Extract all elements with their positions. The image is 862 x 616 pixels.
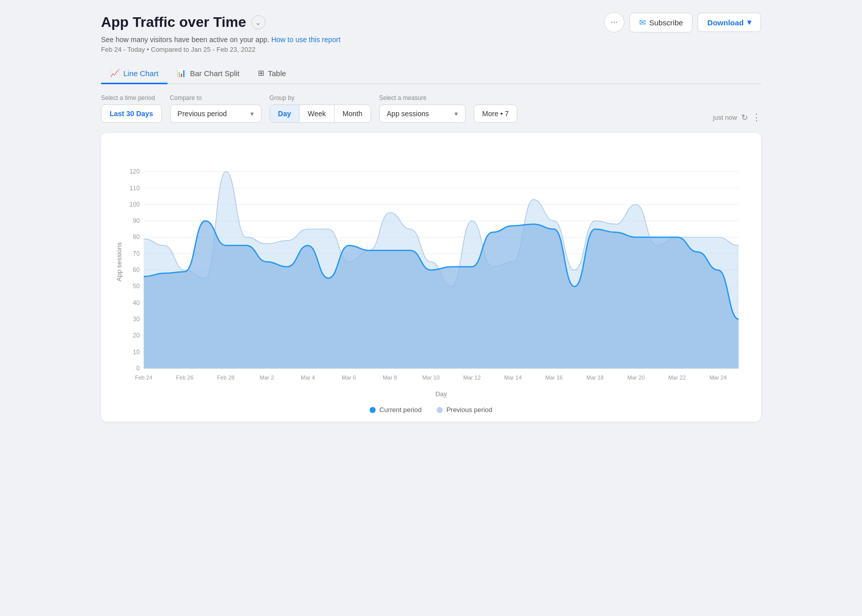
page-title: App Traffic over Time xyxy=(101,14,246,30)
svg-text:100: 100 xyxy=(129,201,140,208)
svg-text:60: 60 xyxy=(133,266,140,273)
svg-text:120: 120 xyxy=(129,168,140,175)
svg-text:Mar 12: Mar 12 xyxy=(463,374,480,381)
svg-text:Mar 24: Mar 24 xyxy=(709,374,726,381)
tabs-row: 📈 Line Chart 📊 Bar Chart Split ⊞ Table xyxy=(101,63,761,84)
compare-label: Compare to xyxy=(170,94,261,101)
tab-line-chart[interactable]: 📈 Line Chart xyxy=(101,63,168,84)
svg-text:Mar 22: Mar 22 xyxy=(669,374,686,381)
previous-period-dot xyxy=(437,407,443,413)
chevron-down-icon: ▾ xyxy=(747,18,751,27)
more-button[interactable]: More • 7 xyxy=(474,105,517,123)
measure-group: Select a measure App sessions ▾ xyxy=(379,94,466,123)
svg-text:0: 0 xyxy=(136,365,140,372)
svg-text:Mar 20: Mar 20 xyxy=(627,374,645,381)
time-period-button[interactable]: Last 30 Days xyxy=(101,105,162,123)
tab-bar-chart-split[interactable]: 📊 Bar Chart Split xyxy=(168,63,249,84)
svg-text:Feb 24: Feb 24 xyxy=(135,374,152,381)
svg-text:40: 40 xyxy=(133,299,140,306)
subtitle: See how many visitors have been active o… xyxy=(101,36,761,44)
title-group: App Traffic over Time ⌄ xyxy=(101,14,266,30)
chevron-down-icon: ▾ xyxy=(454,110,458,118)
tab-table[interactable]: ⊞ Table xyxy=(249,63,295,84)
time-period-label: Select a time period xyxy=(101,94,162,101)
svg-text:Mar 8: Mar 8 xyxy=(383,374,397,381)
kebab-menu-button[interactable]: ⋮ xyxy=(752,112,761,123)
more-group: More • 7 xyxy=(474,94,517,123)
page-container: App Traffic over Time ⌄ ··· ✉ Subscribe … xyxy=(101,12,761,422)
refresh-info: just now ↻ ⋮ xyxy=(713,112,761,123)
svg-text:Mar 14: Mar 14 xyxy=(504,374,521,381)
svg-text:Feb 28: Feb 28 xyxy=(217,374,235,381)
more-options-button[interactable]: ··· xyxy=(604,12,624,32)
svg-text:App sessions: App sessions xyxy=(115,242,123,282)
current-period-label: Current period xyxy=(379,406,421,414)
chart-legend: Current period Previous period xyxy=(113,406,749,414)
svg-text:30: 30 xyxy=(133,316,140,323)
refresh-button[interactable]: ↻ xyxy=(741,113,748,122)
svg-text:90: 90 xyxy=(133,217,140,224)
svg-text:Mar 6: Mar 6 xyxy=(342,374,356,381)
measure-label: Select a measure xyxy=(379,94,466,101)
svg-text:Mar 16: Mar 16 xyxy=(545,374,562,381)
download-button[interactable]: Download ▾ xyxy=(698,13,761,32)
svg-text:80: 80 xyxy=(133,234,140,241)
current-period-dot xyxy=(370,407,376,413)
group-by-day-button[interactable]: Day xyxy=(270,105,300,122)
legend-previous: Previous period xyxy=(437,406,492,414)
svg-text:Mar 4: Mar 4 xyxy=(301,374,315,381)
compare-group: Compare to Previous period ▾ xyxy=(170,94,261,123)
header-row: App Traffic over Time ⌄ ··· ✉ Subscribe … xyxy=(101,12,761,32)
group-by-group: Group by Day Week Month xyxy=(270,94,371,123)
compare-button[interactable]: Previous period ▾ xyxy=(170,105,261,123)
chart-area: 0102030405060708090100110120Feb 24Feb 26… xyxy=(113,145,749,399)
svg-text:Day: Day xyxy=(435,390,447,398)
group-by-buttons: Day Week Month xyxy=(270,105,371,123)
group-by-month-button[interactable]: Month xyxy=(335,105,371,122)
svg-text:10: 10 xyxy=(133,349,140,356)
chart-svg: 0102030405060708090100110120Feb 24Feb 26… xyxy=(113,145,749,399)
line-chart-icon: 📈 xyxy=(110,69,120,78)
previous-period-label: Previous period xyxy=(446,406,492,414)
refresh-timestamp: just now xyxy=(713,114,737,121)
svg-text:Mar 2: Mar 2 xyxy=(260,374,274,381)
date-range: Feb 24 - Today • Compared to Jan 25 - Fe… xyxy=(101,46,761,53)
svg-text:70: 70 xyxy=(133,250,140,257)
svg-text:Mar 18: Mar 18 xyxy=(586,374,604,381)
chart-container: 0102030405060708090100110120Feb 24Feb 26… xyxy=(101,133,761,422)
legend-current: Current period xyxy=(370,406,421,414)
svg-text:50: 50 xyxy=(133,283,140,290)
mail-icon: ✉ xyxy=(639,18,646,27)
table-icon: ⊞ xyxy=(258,69,264,78)
svg-text:Feb 26: Feb 26 xyxy=(176,374,193,381)
chevron-down-icon: ▾ xyxy=(250,110,254,118)
bar-chart-icon: 📊 xyxy=(177,69,186,78)
title-chevron-button[interactable]: ⌄ xyxy=(251,15,266,29)
subscribe-button[interactable]: ✉ Subscribe xyxy=(629,13,693,32)
group-by-week-button[interactable]: Week xyxy=(300,105,335,122)
group-by-label: Group by xyxy=(270,94,371,101)
measure-button[interactable]: App sessions ▾ xyxy=(379,105,466,123)
header-actions: ··· ✉ Subscribe Download ▾ xyxy=(604,12,761,32)
svg-text:110: 110 xyxy=(129,185,140,192)
help-link[interactable]: How to use this report xyxy=(271,36,340,44)
svg-text:20: 20 xyxy=(133,332,140,339)
svg-text:Mar 10: Mar 10 xyxy=(422,374,440,381)
time-period-group: Select a time period Last 30 Days xyxy=(101,94,162,123)
controls-row: Select a time period Last 30 Days Compar… xyxy=(101,94,761,123)
